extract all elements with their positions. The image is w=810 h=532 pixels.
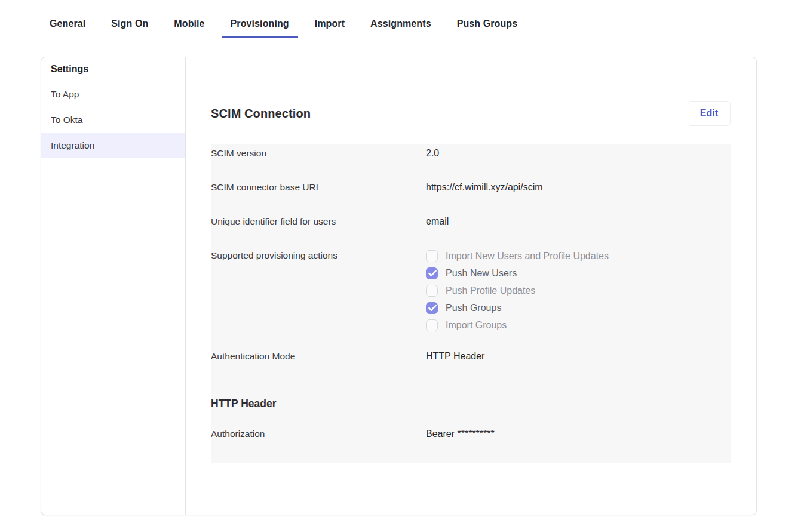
field-value: 2.0 (426, 148, 731, 159)
tab-general[interactable]: General (41, 12, 94, 38)
option-push-groups: Push Groups (426, 299, 731, 316)
option-label: Push Groups (446, 303, 501, 313)
sidebar-item-to-app[interactable]: To App (41, 81, 185, 107)
field-value: email (426, 216, 731, 227)
checkbox-icon[interactable] (426, 302, 438, 314)
field-label: Authorization (211, 429, 426, 439)
option-label: Import Groups (446, 320, 507, 331)
provisioning-card: Settings To App To Okta Integration SCIM… (41, 57, 757, 515)
field-label: SCIM connector base URL (211, 182, 426, 193)
option-label: Push Profile Updates (446, 285, 535, 296)
field-row-base-url: SCIM connector base URL https://cf.wimil… (211, 179, 731, 213)
tab-push-groups[interactable]: Push Groups (448, 12, 527, 38)
scim-settings-panel: SCIM version 2.0 SCIM connector base URL… (211, 144, 731, 463)
option-import-groups: Import Groups (426, 316, 731, 334)
option-push-profile-updates: Push Profile Updates (426, 282, 731, 299)
settings-sidebar: Settings To App To Okta Integration (41, 57, 186, 515)
integration-content: SCIM Connection Edit SCIM version 2.0 SC… (186, 57, 756, 515)
app-tab-bar: General Sign On Mobile Provisioning Impo… (41, 0, 757, 38)
checkbox-icon[interactable] (426, 267, 438, 279)
checkbox-icon[interactable] (426, 285, 438, 297)
tab-provisioning[interactable]: Provisioning (222, 12, 298, 38)
option-push-new-users: Push New Users (426, 265, 731, 282)
checkbox-icon[interactable] (426, 250, 438, 262)
checkbox-icon[interactable] (426, 319, 438, 331)
field-label: Unique identifier field for users (211, 216, 426, 227)
sidebar-item-integration[interactable]: Integration (41, 133, 185, 158)
http-header-section: HTTP Header Authorization Bearer *******… (211, 382, 731, 463)
option-import-new-users: Import New Users and Profile Updates (426, 247, 731, 265)
http-header-title: HTTP Header (211, 396, 731, 411)
tab-mobile[interactable]: Mobile (165, 12, 213, 38)
option-label: Import New Users and Profile Updates (446, 251, 609, 262)
provisioning-options-list: Import New Users and Profile Updates Pus… (426, 247, 731, 334)
tab-sign-on[interactable]: Sign On (102, 12, 157, 38)
option-label: Push New Users (446, 268, 517, 279)
field-row-provisioning-actions: Supported provisioning actions Import Ne… (211, 247, 731, 348)
field-label: Authentication Mode (211, 351, 426, 362)
field-value: https://cf.wimill.xyz/api/scim (426, 182, 731, 193)
field-value: HTTP Header (426, 351, 731, 362)
page-title: SCIM Connection (211, 107, 311, 121)
edit-button[interactable]: Edit (688, 101, 731, 126)
sidebar-heading: Settings (41, 57, 185, 81)
field-row-auth-mode: Authentication Mode HTTP Header (211, 348, 731, 382)
field-row-unique-identifier: Unique identifier field for users email (211, 213, 731, 247)
tab-assignments[interactable]: Assignments (361, 12, 440, 38)
field-row-scim-version: SCIM version 2.0 (211, 144, 731, 179)
field-label: SCIM version (211, 148, 426, 159)
field-value: Bearer ********** (426, 429, 731, 439)
field-row-authorization: Authorization Bearer ********** (211, 411, 731, 463)
tab-import[interactable]: Import (306, 12, 354, 38)
scim-connection-header: SCIM Connection Edit (211, 99, 731, 128)
sidebar-item-to-okta[interactable]: To Okta (41, 107, 185, 133)
field-label: Supported provisioning actions (211, 250, 426, 334)
